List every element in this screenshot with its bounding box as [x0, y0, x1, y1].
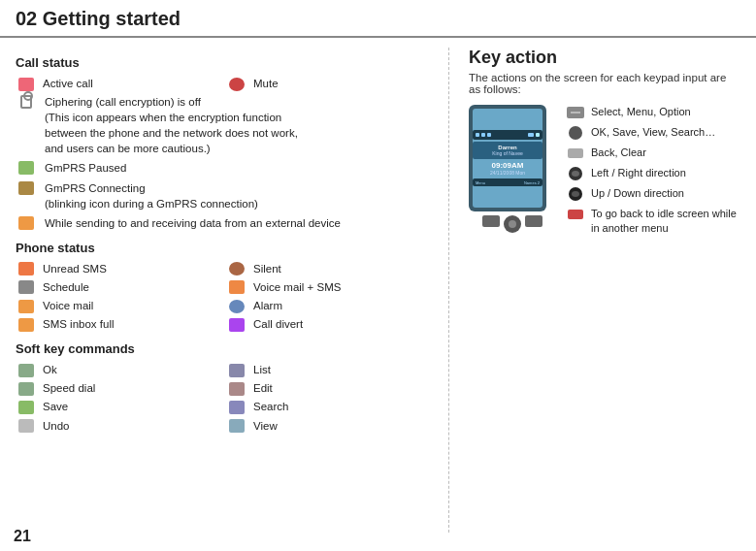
gmrs-connecting-row: GmPRS Connecting(blinking icon during a … [16, 180, 433, 211]
phone-date: 24/11/2008 Mon [490, 170, 525, 176]
mute-label: Mute [253, 76, 279, 91]
ka-ud-label: Up / Down direction [591, 186, 684, 201]
phone-btn-left [482, 215, 500, 227]
schedule-voicemail-row: Schedule Voice mail + SMS [16, 279, 433, 295]
phone-line2: King of Navee [476, 150, 540, 156]
alarm-icon [226, 300, 247, 313]
view-icon [226, 419, 247, 433]
calldivert-icon [226, 318, 247, 332]
key-action-items: Select, Menu, Option OK, Save, View, Sea… [566, 105, 740, 242]
call-status-title: Call status [16, 55, 433, 70]
key-action-layout: Darren King of Navee 09:09AM 24/11/2008 … [469, 105, 740, 242]
smsfull-label: SMS inbox full [43, 316, 115, 332]
alarm-label: Alarm [253, 298, 282, 313]
ok-icon [16, 364, 37, 377]
gmrs-paused-label: GmPRS Paused [45, 160, 126, 176]
save-icon [16, 401, 37, 414]
key-action-subtitle: The actions on the screen for each keypa… [469, 72, 740, 95]
phone-screen: Darren King of Navee 09:09AM 24/11/2008 … [469, 105, 546, 211]
list-icon [226, 364, 247, 377]
speeddial-icon [16, 382, 37, 396]
sms-icon [16, 262, 37, 276]
list-label: List [253, 362, 271, 377]
sms-silent-row: Unread SMS Silent [16, 261, 433, 276]
undo-label: Undo [43, 418, 70, 434]
soft-key-title: Soft key commands [16, 341, 433, 356]
schedule-icon [16, 280, 37, 294]
schedule-label: Schedule [43, 279, 89, 295]
speeddial-label: Speed dial [43, 380, 95, 396]
speeddial-edit-row: Speed dial Edit [16, 380, 433, 396]
gmrs-connecting-icon [16, 181, 37, 195]
phone-image: Darren King of Navee 09:09AM 24/11/2008 … [469, 105, 556, 242]
phone-time: 09:09AM [492, 161, 524, 170]
ka-ud-icon [566, 186, 585, 202]
left-column: Call status Active call Mute Ciphering (… [16, 48, 449, 533]
search-label: Search [253, 399, 288, 414]
active-call-icon [16, 78, 37, 91]
sending-label: While sending to and receiving data from… [45, 215, 341, 231]
undo-view-row: Undo View [16, 418, 433, 434]
gmrs-paused-icon [16, 161, 37, 175]
phone-display: Darren King of Navee 09:09AM 24/11/2008 … [473, 109, 542, 208]
page-number: 21 [14, 528, 31, 545]
ka-lr-row: Left / Right direction [566, 166, 740, 181]
search-icon [226, 401, 247, 414]
voicemail-sms-icon [226, 280, 247, 294]
ka-back-icon [566, 146, 585, 161]
sending-row: While sending to and receiving data from… [16, 215, 433, 231]
ka-select-icon [566, 105, 585, 120]
voicemail-alarm-row: Voice mail Alarm [16, 298, 433, 313]
save-search-row: Save Search [16, 399, 433, 414]
ka-back-label: Back, Clear [591, 146, 646, 160]
calldivert-label: Call divert [253, 316, 303, 332]
ka-menu-row: To go back to idle screen while in anoth… [566, 207, 740, 237]
ciphering-icon [16, 95, 37, 109]
ka-ok-icon [566, 125, 585, 141]
ok-label: Ok [43, 362, 57, 377]
ciphering-label: Ciphering (call encryption) is off(This … [45, 94, 298, 156]
ka-back-row: Back, Clear [566, 146, 740, 161]
phone-status-title: Phone status [16, 241, 433, 255]
key-action-title: Key action [469, 48, 740, 68]
ka-lr-icon [566, 166, 585, 181]
ka-lr-label: Left / Right direction [591, 166, 686, 180]
ka-select-label: Select, Menu, Option [591, 105, 691, 119]
phone-bottom-icons [469, 215, 556, 233]
ka-ok-row: OK, Save, View, Search… [566, 125, 740, 141]
voicemail-icon [16, 300, 37, 313]
active-call-row: Active call Mute [16, 76, 433, 91]
sending-icon [16, 216, 37, 230]
silent-label: Silent [253, 261, 281, 276]
ka-ok-label: OK, Save, View, Search… [591, 125, 715, 140]
undo-icon [16, 419, 37, 433]
mute-icon [226, 78, 247, 91]
save-label: Save [43, 399, 68, 414]
smsfull-calldivert-row: SMS inbox full Call divert [16, 316, 433, 332]
ka-menu-icon [566, 207, 585, 222]
page-header: 02 Getting started [0, 0, 756, 38]
silent-icon [226, 262, 247, 276]
phone-nav-circle [504, 215, 521, 233]
right-column: Key action The actions on the screen for… [449, 48, 740, 533]
voicemail-sms-label: Voice mail + SMS [253, 279, 341, 295]
ciphering-row: Ciphering (call encryption) is off(This … [16, 94, 433, 156]
active-call-label: Active call [43, 76, 93, 91]
edit-label: Edit [253, 380, 273, 396]
ka-select-row: Select, Menu, Option [566, 105, 740, 120]
ka-ud-row: Up / Down direction [566, 186, 740, 202]
view-label: View [253, 418, 278, 434]
ok-list-row: Ok List [16, 362, 433, 377]
gmrs-paused-row: GmPRS Paused [16, 160, 433, 176]
phone-btn-right [525, 215, 542, 227]
smsfull-icon [16, 318, 37, 332]
voicemail-label: Voice mail [43, 298, 93, 313]
sms-label: Unread SMS [43, 261, 107, 276]
ka-menu-label: To go back to idle screen while in anoth… [591, 207, 740, 237]
edit-icon [226, 382, 247, 396]
gmrs-connecting-label: GmPRS Connecting(blinking icon during a … [45, 180, 258, 211]
page-title: 02 Getting started [16, 8, 740, 30]
